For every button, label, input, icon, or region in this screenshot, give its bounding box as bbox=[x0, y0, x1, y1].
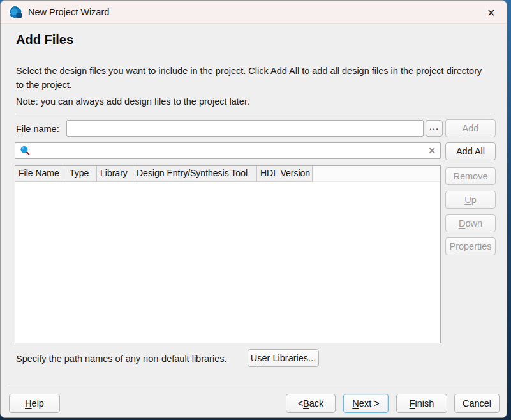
column-header-file-name: File Name bbox=[15, 166, 66, 182]
column-header-hdl-version: HDL Version bbox=[257, 166, 313, 182]
browse-button[interactable]: ... bbox=[426, 120, 443, 137]
file-name-label: File name: bbox=[16, 124, 59, 134]
search-field[interactable]: ✕ bbox=[15, 142, 441, 159]
finish-button[interactable]: Finish bbox=[396, 394, 447, 413]
note-text: Note: you can always add design files to… bbox=[16, 96, 489, 107]
description-text: Select the design files you want to incl… bbox=[16, 64, 489, 92]
files-table-header: File Name Type Library Design Entry/Synt… bbox=[15, 166, 440, 182]
search-input[interactable] bbox=[34, 144, 424, 157]
cancel-button[interactable]: Cancel bbox=[454, 394, 500, 413]
remove-button[interactable]: Remove bbox=[445, 167, 496, 185]
user-libraries-button[interactable]: User Libraries... bbox=[248, 349, 319, 367]
divider bbox=[16, 114, 492, 114]
column-header-filler bbox=[313, 166, 440, 182]
clear-search-icon[interactable]: ✕ bbox=[428, 146, 436, 155]
title-bar: New Project Wizard bbox=[1, 1, 507, 24]
back-button[interactable]: < Back bbox=[286, 394, 336, 413]
column-header-design-entry: Design Entry/Synthesis Tool bbox=[133, 166, 257, 182]
next-button[interactable]: Next > bbox=[343, 394, 389, 413]
help-button[interactable]: Help bbox=[9, 394, 60, 413]
window-title: New Project Wizard bbox=[28, 7, 109, 17]
properties-button[interactable]: Properties bbox=[445, 237, 496, 255]
user-libraries-text: Specify the path names of any non-defaul… bbox=[16, 354, 226, 364]
up-button[interactable]: Up bbox=[445, 191, 496, 209]
files-table-body-empty bbox=[15, 182, 440, 343]
files-table: File Name Type Library Design Entry/Synt… bbox=[15, 165, 441, 343]
new-project-wizard-dialog: New Project Wizard ✕ Add Files Select th… bbox=[0, 0, 507, 418]
desktop-background: { "window": { "title": "New Project Wiza… bbox=[0, 0, 511, 420]
add-button[interactable]: Add bbox=[445, 119, 496, 137]
page-title: Add Files bbox=[16, 33, 73, 47]
quartus-logo-icon bbox=[8, 5, 22, 19]
magnifier-icon bbox=[20, 146, 30, 156]
close-icon[interactable]: ✕ bbox=[484, 5, 499, 20]
column-header-library: Library bbox=[97, 166, 133, 182]
down-button[interactable]: Down bbox=[445, 214, 496, 232]
file-name-input[interactable] bbox=[66, 120, 424, 137]
column-header-type: Type bbox=[66, 166, 97, 182]
divider bbox=[8, 386, 500, 386]
add-all-button[interactable]: Add All bbox=[445, 142, 496, 160]
